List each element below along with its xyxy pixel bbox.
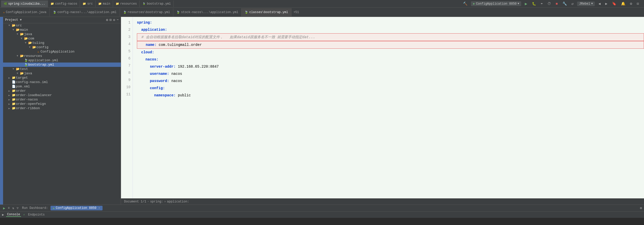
sort-icon[interactable]: ⇅ xyxy=(11,206,15,211)
line-num-8: 8 xyxy=(121,69,130,76)
tree-item-order-openfeign[interactable]: ▶ 📁 order-openfeign xyxy=(3,102,121,106)
run-icon[interactable]: ▶ xyxy=(524,1,528,7)
code-line-10: config: xyxy=(137,85,644,92)
console-icon: ▶ xyxy=(2,213,4,217)
folder-open-icon: 📂 xyxy=(19,32,24,36)
top-tab-main-label: main xyxy=(103,2,110,6)
debug-icon[interactable]: 🐛 xyxy=(531,1,537,6)
close-sidebar-icon[interactable]: − xyxy=(117,18,119,22)
top-tab-resources-label: resources xyxy=(120,2,137,6)
editor-tab-configapp[interactable]: ☕ ConfigApplication.java xyxy=(0,8,50,16)
hammer-icon[interactable]: 🔨 xyxy=(462,1,468,6)
editor-tab-bootstrap-resources[interactable]: 🍃 resources\bootstrap.yml xyxy=(120,8,174,16)
tree-item-order-nacos[interactable]: ▶ 📁 order-nacos xyxy=(3,97,121,102)
top-tab-spring[interactable]: 🌿 spring:cloudaliba... xyxy=(1,1,48,7)
tree-item-java[interactable]: ▼ 📂 java xyxy=(3,32,121,36)
tree-item-application-yml[interactable]: 🍃 application.yml xyxy=(3,58,121,63)
code-token: nacos: xyxy=(137,56,158,63)
right-arrow-icon[interactable]: ▶ xyxy=(604,1,608,6)
editor-tab-classes-bootstrap[interactable]: 🍃 classes\bootstrap.yml xyxy=(242,8,291,16)
code-line-9: password: nacos xyxy=(137,77,644,85)
code-token-key: server-addr: xyxy=(137,63,178,70)
breadcrumb-application: application: xyxy=(167,200,189,203)
settings-icon-bottom[interactable]: ⚙ xyxy=(640,206,642,210)
code-token-key: name: xyxy=(137,41,159,48)
code-line-4: name: com.tulingmall.order xyxy=(137,41,644,49)
tree-item-test-java[interactable]: ▼ 📂 java xyxy=(3,71,121,76)
top-tab-bootstrap-yml[interactable]: 🍃 bootstrap.yml xyxy=(140,1,174,7)
line-numbers: 1 2 3 4 5 6 7 8 9 10 11 xyxy=(121,17,133,198)
folder-icon: 📁 xyxy=(116,2,119,6)
run-config-label: ConfigApplication 8850 xyxy=(476,2,517,6)
profile-icon[interactable]: ⏱ xyxy=(546,1,552,6)
folder-open-icon: 📂 xyxy=(15,28,20,32)
run-app-label: ConfigApplication 8850 xyxy=(56,206,96,210)
yaml-file-icon: 🍃 xyxy=(245,11,248,14)
top-tab-src-label: src xyxy=(87,2,93,6)
run-icon-bottom[interactable]: ▶ xyxy=(2,206,6,211)
jrebel-chevron: ▼ xyxy=(591,2,593,5)
tree-item-order-loadbalancer[interactable]: ▶ 📁 order-loadbalancer xyxy=(3,93,121,97)
notification-icon[interactable]: 🔔 xyxy=(620,1,626,6)
top-tab-config-nacos-label: config-nacos xyxy=(55,2,77,6)
tree-item-config[interactable]: ▼ 📂 config xyxy=(3,45,121,49)
top-tab-main[interactable]: 📁 main xyxy=(96,1,113,7)
top-tab-config-nacos[interactable]: 📁 config-nacos xyxy=(48,1,80,7)
editor-tab-bootstrap-resources-label: resources\bootstrap.yml xyxy=(128,11,170,14)
filter-icon[interactable]: ▽ xyxy=(16,206,19,211)
align-icon[interactable]: ≡ xyxy=(7,206,11,210)
collapse-icon[interactable]: ⊟ xyxy=(110,18,112,22)
bookmark-icon[interactable]: 🔖 xyxy=(611,1,617,6)
top-tab-resources[interactable]: 📁 resources xyxy=(113,1,140,7)
editor-tab-stock-nacos-app-yml[interactable]: 🍃 stock-nacos\...\application.yml xyxy=(173,8,242,16)
tab-overflow-indicator[interactable]: +51 xyxy=(291,11,301,14)
tree-item-target[interactable]: ▶ 📁 target xyxy=(3,76,121,80)
code-area[interactable]: spring: application: # 会自动根据服务名拉取dataid对… xyxy=(133,17,644,198)
jrebel-button[interactable]: JRebel ▼ xyxy=(577,2,595,6)
editor-tab-app-yml-nacos[interactable]: 🍃 config-nacos\...\application.yml xyxy=(50,8,120,16)
folder-open-icon: 📂 xyxy=(28,41,32,45)
left-arrow-icon[interactable]: ◀ xyxy=(597,1,601,6)
window-icon[interactable]: ⊡ xyxy=(636,1,640,6)
folder-icon: 📁 xyxy=(83,2,86,6)
run-config-selector[interactable]: ▶ ConfigApplication 8850 ▼ xyxy=(471,1,521,6)
locate-icon[interactable]: ⊙ xyxy=(106,18,108,22)
settings-icon[interactable]: ⚙ xyxy=(113,18,115,22)
tree-item-src[interactable]: ▼ 📂 src xyxy=(3,23,121,28)
sidebar-header-icons: ⊙ ⊟ ⚙ − xyxy=(106,18,119,22)
stop-icon[interactable]: ■ xyxy=(555,1,559,6)
tree-item-bootstrap-yml[interactable]: 🍃 bootstrap.yml xyxy=(3,63,121,67)
run-app-tab[interactable]: ▶ ConfigApplication 8850 × xyxy=(51,206,103,210)
code-token-key: namespace: xyxy=(137,92,178,99)
folder-open-icon: 📂 xyxy=(24,37,28,40)
tab-console[interactable]: Console xyxy=(6,213,21,217)
yaml-file-icon: 🍃 xyxy=(123,11,127,14)
tree-item-main[interactable]: ▼ 📂 main xyxy=(3,28,121,32)
code-token-key: username: xyxy=(137,70,171,77)
tree-item-iml[interactable]: 📄 config-nacos.iml xyxy=(3,80,121,84)
tree-item-pom-xml[interactable]: 📄 pom.xml xyxy=(3,84,121,89)
tree-item-order-ribbon[interactable]: ▶ 📁 order-ribbon xyxy=(3,106,121,110)
line-num-4: 4 xyxy=(121,40,130,48)
bottom-panel-icons: ⚙ xyxy=(640,206,642,210)
sync-icon[interactable]: ↺ xyxy=(570,1,575,6)
run-app-close[interactable]: × xyxy=(98,207,100,210)
tree-item-tuling[interactable]: ▼ 📂 tuling xyxy=(3,41,121,45)
build-icon[interactable]: 🔧 xyxy=(561,1,568,6)
top-tab-src[interactable]: 📁 src xyxy=(80,1,96,7)
folder-closed-icon: 📁 xyxy=(11,98,16,101)
code-token-val: 192.168.65.220:8847 xyxy=(178,63,219,70)
tree-item-test[interactable]: ▼ 📂 test xyxy=(3,67,121,71)
iml-file-icon: 📄 xyxy=(11,80,16,84)
code-line-6: nacos: xyxy=(137,56,644,63)
tree-item-com[interactable]: ▼ 📂 com xyxy=(3,36,121,41)
tree-item-resources[interactable]: ▼ 📂 resources xyxy=(3,54,121,58)
tab-endpoints[interactable]: Endpoints xyxy=(27,213,46,217)
coverage-icon[interactable]: ☂ xyxy=(540,1,544,6)
tree-item-configapplication[interactable]: ☕ ConfigApplication xyxy=(3,49,121,54)
code-token-comment: # 会自动根据服务名拉取dataid对应的配置文件， 如果dataid跟服务名不… xyxy=(137,34,315,41)
spring-icon: 🌿 xyxy=(4,2,7,6)
line-num-3: 3 xyxy=(121,33,130,40)
tree-item-order[interactable]: ▶ 📁 order xyxy=(3,89,121,93)
settings-icon[interactable]: ⚙ xyxy=(629,1,633,6)
